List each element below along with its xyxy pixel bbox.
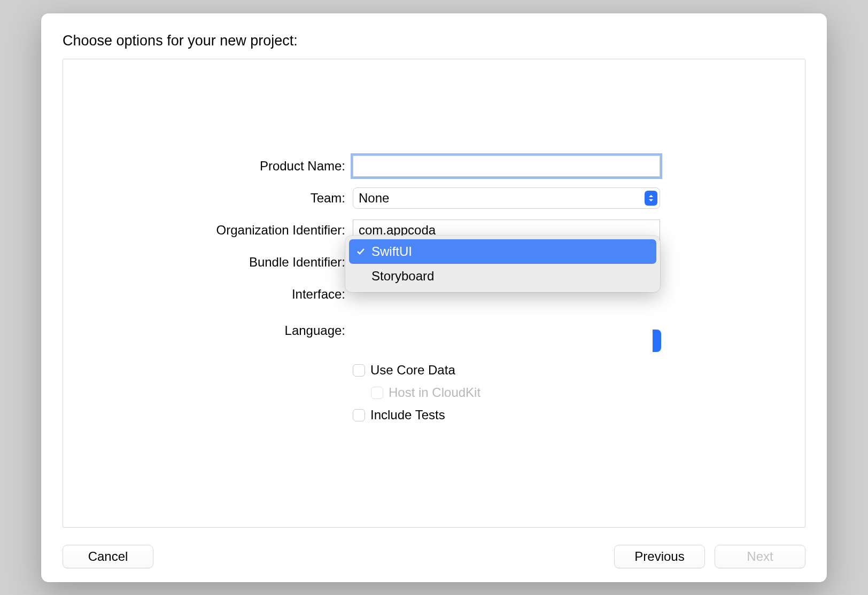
team-popup-value: None [359,191,389,206]
menu-item-label: Storyboard [371,269,434,284]
checkbox-row-core-data: Use Core Data [353,359,660,381]
team-popup[interactable]: None [353,187,660,209]
check-icon [355,248,366,255]
label-language: Language: [63,323,345,338]
row-checkboxes: Use Core Data Host in CloudKit Include T… [63,359,805,426]
menu-item-label: SwiftUI [371,244,412,259]
label-bundle-identifier: Bundle Identifier: [63,255,345,270]
updown-icon [645,191,657,206]
host-cloudkit-label: Host in CloudKit [389,385,480,400]
row-team: Team: None [63,182,805,214]
row-language: Language: [63,315,805,347]
dialog-button-row: Cancel Previous Next [63,545,805,568]
label-team: Team: [63,191,345,206]
label-org-identifier: Organization Identifier: [63,223,345,238]
label-product-name: Product Name: [63,159,345,174]
interface-menu-item-swiftui[interactable]: SwiftUI [349,239,656,264]
include-tests-checkbox[interactable] [353,409,365,421]
row-product-name: Product Name: [63,150,805,182]
include-tests-label: Include Tests [370,408,445,422]
new-project-options-dialog: Choose options for your new project: Pro… [41,13,827,582]
interface-menu[interactable]: SwiftUI Storyboard [345,236,660,292]
dialog-title: Choose options for your new project: [63,33,805,49]
next-button: Next [715,545,805,568]
cancel-button[interactable]: Cancel [63,545,153,568]
use-core-data-label: Use Core Data [370,363,455,378]
content-frame: Product Name: Team: None [63,59,805,528]
use-core-data-checkbox[interactable] [353,364,365,377]
label-interface: Interface: [63,287,345,302]
interface-menu-item-storyboard[interactable]: Storyboard [349,264,656,288]
host-cloudkit-checkbox [371,387,383,399]
language-popup-edge [653,330,661,352]
previous-button[interactable]: Previous [614,545,705,568]
checkbox-row-cloudkit: Host in CloudKit [371,382,660,403]
product-name-field[interactable] [353,155,660,177]
checkbox-row-tests: Include Tests [353,404,660,426]
